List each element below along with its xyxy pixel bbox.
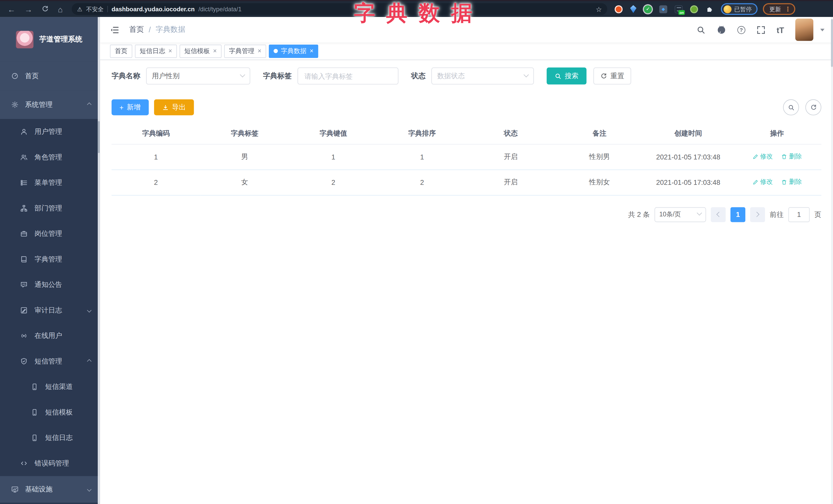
sidebar-item-errcode[interactable]: 错误码管理 <box>0 451 100 476</box>
search-button[interactable]: 搜索 <box>547 67 587 85</box>
breadcrumb-current: 字典数据 <box>156 25 185 34</box>
briefcase-icon <box>20 230 28 237</box>
tab-close-icon[interactable]: × <box>258 48 261 54</box>
search-icon[interactable] <box>696 25 705 34</box>
dict-name-select[interactable]: 用户性别 <box>146 67 250 85</box>
tab-close-icon[interactable]: × <box>310 48 313 54</box>
kebab-menu-icon[interactable]: ⋮ <box>785 5 791 13</box>
tab-close-icon[interactable]: × <box>213 48 217 54</box>
sidebar-item-sms-log[interactable]: 短信日志 <box>0 425 100 450</box>
breadcrumb-home[interactable]: 首页 <box>129 25 144 34</box>
github-icon[interactable] <box>717 25 726 34</box>
reset-button[interactable]: 重置 <box>593 67 631 85</box>
sidebar-item-menu[interactable]: 菜单管理 <box>0 170 100 195</box>
app-logo[interactable]: 芋道管理系统 <box>0 17 100 62</box>
url-path[interactable]: /dict/type/data/1 <box>198 6 241 12</box>
sidebar-item-sms-template[interactable]: 短信模板 <box>0 400 100 425</box>
tab-sms-template[interactable]: 短信模板 × <box>180 44 222 58</box>
forward-icon[interactable]: → <box>24 5 32 13</box>
pagination: 共 2 条 10条/页 1 前往 页 <box>112 207 821 222</box>
extension-leaf-icon[interactable] <box>690 5 698 13</box>
col-header: 操作 <box>733 123 821 144</box>
org-tree-icon <box>20 205 28 212</box>
prev-page-button[interactable] <box>711 207 725 222</box>
page-scrollbar[interactable] <box>831 17 833 504</box>
sidebar-item-home[interactable]: 首页 <box>0 62 100 90</box>
goto-label: 前往 <box>770 210 784 219</box>
sidebar-item-role[interactable]: 角色管理 <box>0 145 100 170</box>
help-icon[interactable]: ? <box>737 26 745 34</box>
online-user-icon <box>20 332 28 339</box>
extension-list-icon[interactable]: ◆ <box>659 5 667 13</box>
extensions-puzzle-icon[interactable] <box>706 5 714 13</box>
sidebar-toggle-icon[interactable] <box>110 25 119 34</box>
users-icon <box>20 153 28 161</box>
col-header: 字典标签 <box>200 123 289 144</box>
sidebar-item-audit[interactable]: 审计日志 <box>0 297 100 323</box>
sidebar-item-notice[interactable]: 通知公告 <box>0 272 100 297</box>
phone-icon <box>31 383 38 390</box>
sidebar-item-dict[interactable]: 字典管理 <box>0 247 100 272</box>
sidebar-item-post[interactable]: 岗位管理 <box>0 221 100 246</box>
cell-created: 2021-01-05 17:03:48 <box>644 169 733 195</box>
chevron-down-icon <box>87 308 92 313</box>
security-label[interactable]: 不安全 <box>86 5 103 13</box>
plus-icon: + <box>119 103 123 111</box>
sidebar-item-infra[interactable]: 基础设施 <box>0 476 100 503</box>
chevron-down-icon <box>240 72 245 77</box>
col-header: 创建时间 <box>644 123 733 144</box>
sidebar-item-sms[interactable]: 短信管理 <box>0 349 100 374</box>
back-icon[interactable]: ← <box>7 5 15 13</box>
reload-icon[interactable] <box>42 5 49 13</box>
dict-label-input[interactable] <box>304 72 392 80</box>
chevron-down-icon <box>524 72 529 77</box>
browser-update-button[interactable]: 更新 ⋮ <box>763 3 795 15</box>
current-page[interactable]: 1 <box>731 207 745 222</box>
refresh-table-button[interactable] <box>805 99 821 115</box>
export-button[interactable]: 导出 <box>154 99 193 115</box>
sidebar-item-system[interactable]: 系统管理 <box>0 90 100 119</box>
cell-status: 开启 <box>467 144 555 169</box>
search-icon <box>788 104 794 111</box>
sidebar-scrollbar[interactable] <box>98 17 100 504</box>
font-size-icon[interactable]: tT <box>777 25 784 34</box>
goto-page-input[interactable] <box>788 207 810 222</box>
extension-check-icon[interactable]: ✓ <box>644 5 652 13</box>
sidebar-item-user[interactable]: 用户管理 <box>0 119 100 144</box>
delete-link[interactable]: 删除 <box>781 178 802 187</box>
status-select[interactable]: 数据状态 <box>431 67 534 85</box>
extension-orange-icon[interactable] <box>615 5 623 13</box>
delete-link[interactable]: 删除 <box>781 152 802 161</box>
show-search-button[interactable] <box>783 99 799 115</box>
tab-dict-data-active[interactable]: 字典数据 × <box>269 44 318 58</box>
chevron-down-icon <box>697 210 702 216</box>
tab-sms-log[interactable]: 短信日志 × <box>135 44 177 58</box>
dashboard-icon <box>11 72 19 80</box>
bookmark-star-icon[interactable]: ☆ <box>596 5 602 13</box>
sidebar-item-sms-channel[interactable]: 短信渠道 <box>0 374 100 400</box>
extension-gem-icon[interactable] <box>630 5 636 13</box>
tab-dict-manage[interactable]: 字典管理 × <box>224 44 266 58</box>
edit-link[interactable]: 修改 <box>752 152 773 161</box>
fullscreen-icon[interactable] <box>756 25 765 34</box>
edit-link[interactable]: 修改 <box>752 178 773 187</box>
page-size-select[interactable]: 10条/页 <box>654 207 706 222</box>
browser-profile-chip[interactable]: 已暂停 <box>721 3 758 15</box>
address-bar[interactable]: ⚠ 不安全 dashboard.yudao.iocoder.cn/dict/ty… <box>72 3 607 15</box>
add-button[interactable]: + 新增 <box>112 99 148 115</box>
dict-book-icon <box>20 256 28 263</box>
cell-code: 2 <box>112 169 200 195</box>
tab-close-icon[interactable]: × <box>168 48 172 54</box>
url-host[interactable]: dashboard.yudao.iocoder.cn <box>112 6 195 12</box>
user-avatar[interactable] <box>795 19 813 41</box>
tab-home[interactable]: 首页 <box>110 44 132 58</box>
extension-switch-icon[interactable]: on <box>674 5 683 13</box>
sidebar-item-online[interactable]: 在线用户 <box>0 323 100 349</box>
sidebar-item-dept[interactable]: 部门管理 <box>0 196 100 221</box>
pencil-icon <box>752 179 758 185</box>
home-icon[interactable]: ⌂ <box>58 5 63 13</box>
table-toolbar: + 新增 导出 <box>112 99 821 115</box>
next-page-button[interactable] <box>750 207 765 222</box>
caret-down-icon[interactable] <box>820 28 825 31</box>
col-header: 字典排序 <box>378 123 467 144</box>
